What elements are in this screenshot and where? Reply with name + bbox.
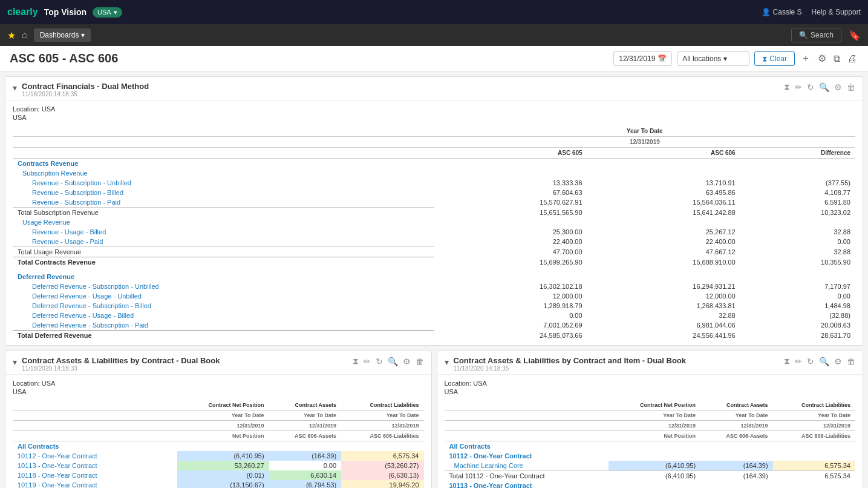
table-row: Deferred Revenue - Subscription - Billed…: [13, 301, 855, 311]
row-label[interactable]: Revenue - Usage - Paid: [13, 237, 434, 247]
row-asc605: 15,699,265.90: [434, 257, 587, 268]
top-nav-left: clearly Top Vision USA ▾: [7, 7, 122, 18]
search2-icon[interactable]: 🔍: [388, 357, 398, 366]
help-support-link[interactable]: Help & Support: [812, 8, 861, 16]
split-panels: ▾ Contract Assets & Liabilities by Contr…: [5, 351, 863, 488]
row-diff: 0.00: [740, 291, 855, 301]
clear-button[interactable]: ⧗ Clear: [754, 51, 795, 66]
region-label: USA: [97, 8, 111, 16]
date-picker[interactable]: 12/31/2019 📅: [613, 51, 672, 66]
table-row: Total Subscription Revenue 15,651,565.90…: [13, 208, 855, 218]
gear2-icon[interactable]: ⚙: [403, 357, 411, 366]
row-label[interactable]: Deferred Revenue - Subscription - Paid: [13, 320, 434, 331]
row-label[interactable]: Deferred Revenue - Subscription - Unbill…: [13, 282, 434, 291]
refresh2-icon[interactable]: ↻: [376, 357, 383, 366]
row-label[interactable]: Deferred Revenue: [13, 272, 434, 282]
delete-icon[interactable]: 🗑: [847, 82, 855, 92]
row-asc605: 1,289,918.79: [434, 301, 587, 311]
section3-toggle[interactable]: ▾: [445, 357, 449, 367]
row-label[interactable]: Revenue - Usage - Billed: [13, 227, 434, 237]
section3-scroll[interactable]: Contract Net Position Contract Assets Co…: [445, 400, 856, 488]
row-diff: 32.88: [740, 227, 855, 237]
section2-scroll[interactable]: Contract Net Position Contract Assets Co…: [13, 400, 424, 488]
row-asc605: 25,300.00: [434, 227, 587, 237]
delete3-icon[interactable]: 🗑: [847, 357, 855, 366]
section1-content: Location: USA USA Year To Date 12/31/201…: [5, 101, 863, 345]
panel-right: ▾ Contract Assets & Liabilities by Contr…: [437, 351, 864, 488]
s2-col-net-header: Contract Net Position: [177, 400, 269, 411]
section1-toggle[interactable]: ▾: [13, 83, 17, 93]
assets-liab-table: Contract Net Position Contract Assets Co…: [13, 400, 424, 488]
region-selector[interactable]: USA ▾: [93, 7, 122, 18]
contract-header[interactable]: 10112 - One-Year Contract: [445, 451, 609, 461]
row-asc605: 22,400.00: [434, 237, 587, 247]
contract-label[interactable]: 10118 - One-Year Contract: [13, 470, 177, 480]
row-diff: 1,484.98: [740, 301, 855, 311]
edit3-icon[interactable]: ✏: [795, 357, 802, 366]
section1-title: Contract Financials - Dual Method: [22, 82, 149, 91]
bookmark-icon[interactable]: 🔖: [849, 30, 861, 41]
delete2-icon[interactable]: 🗑: [416, 357, 424, 366]
total-liab: 6,575.34: [773, 471, 855, 481]
row-label[interactable]: Deferred Revenue - Subscription - Billed: [13, 301, 434, 311]
row-asc605: 0.00: [434, 311, 587, 320]
filter-action3-icon[interactable]: ⧗: [784, 356, 790, 366]
gear-icon[interactable]: ⚙: [834, 82, 842, 92]
search-icon: 🔍: [799, 31, 808, 39]
row-asc606: 24,556,441.96: [587, 331, 740, 341]
row-label[interactable]: Deferred Revenue - Usage - Billed: [13, 311, 434, 320]
home-icon[interactable]: ⌂: [18, 30, 31, 41]
section3-title: Contract Assets & Liabilities by Contrac…: [454, 356, 687, 365]
row-label[interactable]: Contracts Revenue: [13, 159, 434, 169]
table-row: Revenue - Subscription - Unbilled 13,333…: [13, 178, 855, 188]
edit-icon[interactable]: ✏: [795, 82, 802, 92]
filter-action2-icon[interactable]: ⧗: [353, 356, 359, 366]
print-button[interactable]: 🖨: [846, 52, 858, 65]
search3-icon[interactable]: 🔍: [819, 357, 829, 366]
row-asc606: 15,688,910.00: [587, 257, 740, 268]
row-asc606: 13,710.91: [587, 178, 740, 188]
top-nav-right: 👤 Cassie S Help & Support: [762, 8, 861, 16]
all-contracts-label[interactable]: All Contracts: [13, 441, 424, 452]
refresh-icon[interactable]: ↻: [807, 82, 814, 92]
refresh3-icon[interactable]: ↻: [807, 357, 814, 366]
net-value: (13,150.67): [177, 480, 269, 488]
all-contracts-label3[interactable]: All Contracts: [445, 441, 856, 452]
row-label[interactable]: Revenue - Subscription - Unbilled: [13, 178, 434, 188]
add-button[interactable]: ＋: [800, 51, 812, 66]
row-asc605: [434, 272, 587, 282]
gear3-icon[interactable]: ⚙: [834, 357, 842, 366]
clear-label: Clear: [769, 54, 787, 63]
contract-header[interactable]: 10113 - One-Year Contract: [445, 481, 609, 488]
table-row: Usage Revenue: [13, 217, 855, 227]
financials-table: Year To Date 12/31/2019 ASC 605 ASC 606 …: [13, 126, 855, 340]
table-row: Revenue - Usage - Billed 25,300.00 25,26…: [13, 227, 855, 237]
page-controls: 12/31/2019 📅 All locations ▾ ⧗ Clear ＋ ⚙…: [613, 51, 858, 66]
copy-button[interactable]: ⧉: [832, 52, 841, 65]
row-label[interactable]: Revenue - Subscription - Paid: [13, 197, 434, 208]
list-item: 10113 - One-Year Contract: [445, 481, 856, 488]
filter-icon: ⧗: [762, 54, 767, 63]
search-button[interactable]: 🔍 Search: [791, 28, 841, 42]
settings-button[interactable]: ⚙: [817, 51, 827, 65]
contract-label[interactable]: 10119 - One-Year Contract: [13, 480, 177, 488]
filter-action-icon[interactable]: ⧗: [784, 82, 790, 92]
contract-label[interactable]: 10112 - One-Year Contract: [13, 451, 177, 461]
edit2-icon[interactable]: ✏: [364, 357, 371, 366]
row-label[interactable]: Usage Revenue: [13, 217, 434, 227]
search-action-icon[interactable]: 🔍: [819, 82, 829, 92]
item-label[interactable]: Machine Learning Core: [445, 461, 609, 471]
row-label[interactable]: Subscription Revenue: [13, 168, 434, 178]
row-diff: [740, 168, 855, 178]
row-label[interactable]: Revenue - Subscription - Billed: [13, 188, 434, 197]
row-asc605: 16,302,102.18: [434, 282, 587, 291]
favorite-icon[interactable]: ★: [7, 30, 16, 41]
location-selector[interactable]: All locations ▾: [677, 51, 749, 66]
row-label[interactable]: Deferred Revenue - Usage - Unbilled: [13, 291, 434, 301]
contract-label[interactable]: 10113 - One-Year Contract: [13, 461, 177, 470]
section2-toggle[interactable]: ▾: [13, 357, 17, 367]
row-asc605: [434, 217, 587, 227]
row-asc606: 63,495.86: [587, 188, 740, 197]
dashboards-button[interactable]: Dashboards ▾: [34, 28, 91, 42]
user-info: 👤 Cassie S: [762, 8, 801, 16]
